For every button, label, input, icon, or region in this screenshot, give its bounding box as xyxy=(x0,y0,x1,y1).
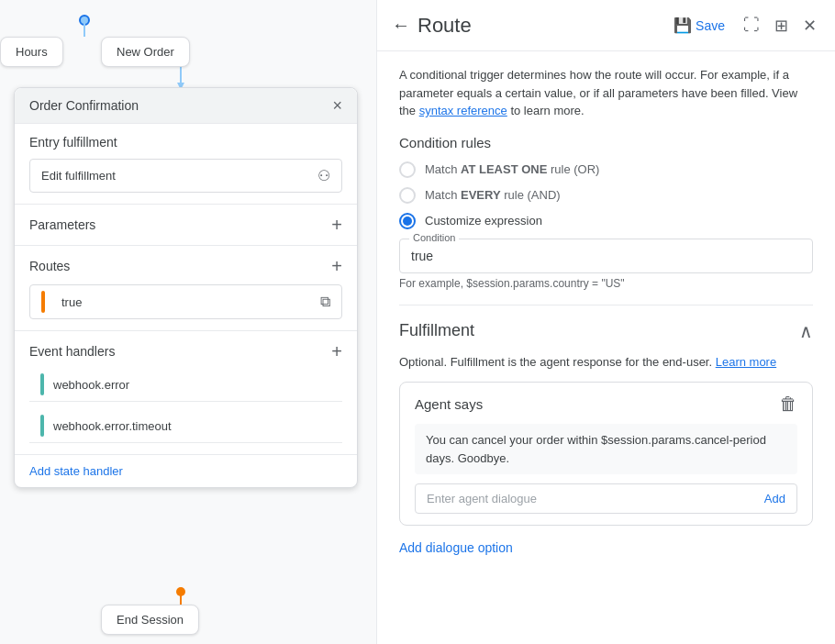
right-panel-header: ← Route 💾 Save ⛶ ⊞ ✕ xyxy=(377,0,835,51)
radio-and[interactable] xyxy=(399,187,416,204)
radio-or-label: Match AT LEAST ONE rule (OR) xyxy=(425,162,599,176)
event-text-1: webhook.error xyxy=(53,378,129,392)
edit-fulfillment-text: Edit fulfillment xyxy=(41,169,116,183)
routes-header: Routes + xyxy=(29,257,342,275)
node-new-order[interactable]: New Order xyxy=(101,37,190,67)
close-button[interactable]: ✕ xyxy=(799,12,820,39)
radio-option-and[interactable]: Match EVERY rule (AND) xyxy=(399,187,813,204)
oc-panel-header: Order Confirmation × xyxy=(15,88,357,124)
agent-says-title: Agent says xyxy=(415,396,483,412)
save-button[interactable]: 💾 Save xyxy=(666,11,732,39)
description-text: A conditional trigger determines how the… xyxy=(399,66,813,120)
save-label: Save xyxy=(696,18,725,33)
event-handlers-header: Event handlers + xyxy=(29,342,342,361)
node-hours[interactable]: Hours xyxy=(0,37,63,67)
copy-icon: ⧉ xyxy=(320,294,330,310)
svg-point-0 xyxy=(80,16,89,25)
parameters-section: Parameters + xyxy=(15,205,357,246)
oc-close-button[interactable]: × xyxy=(332,97,342,114)
fulfillment-title: Fulfillment xyxy=(399,321,474,340)
node-end-session[interactable]: End Session xyxy=(101,605,199,635)
fulfillment-header: Fulfillment ∧ xyxy=(399,320,813,342)
edit-fulfillment-row[interactable]: Edit fulfillment ⚇ xyxy=(29,159,342,193)
radio-expr-label: Customize expression xyxy=(425,214,542,228)
entry-fulfillment-section: Entry fulfillment Edit fulfillment ⚇ xyxy=(15,124,357,205)
fulfillment-section: Fulfillment ∧ Optional. Fulfillment is t… xyxy=(399,320,813,560)
route-item[interactable]: true ⧉ xyxy=(29,284,342,319)
people-icon: ⚇ xyxy=(317,167,330,184)
condition-hint: For example, $session.params.country = "… xyxy=(399,277,813,290)
oc-title: Order Confirmation xyxy=(29,98,139,113)
event-handlers-add-button[interactable]: + xyxy=(331,342,342,361)
header-icons: ⛶ ⊞ ✕ xyxy=(740,12,820,39)
divider xyxy=(399,305,813,305)
routes-section: Routes + true ⧉ xyxy=(15,246,357,331)
radio-inner xyxy=(403,217,412,226)
right-panel: ← Route 💾 Save ⛶ ⊞ ✕ A conditional trigg… xyxy=(376,0,835,644)
route-title: Route xyxy=(418,14,659,38)
agent-says-card: Agent says 🗑 You can cancel your order w… xyxy=(399,382,813,526)
condition-label: Condition xyxy=(409,232,459,243)
event-text-2: webhook.error.timeout xyxy=(53,419,172,433)
radio-option-expr[interactable]: Customize expression xyxy=(399,213,813,229)
grid-button[interactable]: ⊞ xyxy=(771,12,792,39)
radio-and-label: Match EVERY rule (AND) xyxy=(425,188,561,202)
route-text: true xyxy=(61,295,82,309)
left-panel: Hours New Order Order Confirmation × Ent… xyxy=(0,0,376,644)
canvas-area: Hours New Order Order Confirmation × Ent… xyxy=(0,0,376,644)
collapse-button[interactable]: ∧ xyxy=(799,320,813,342)
end-session-label: End Session xyxy=(117,613,184,627)
route-indicator xyxy=(41,291,45,313)
entry-fulfillment-header: Entry fulfillment xyxy=(29,135,342,150)
add-state-handler-link[interactable]: Add state handler xyxy=(15,455,357,487)
condition-box: Condition xyxy=(399,239,813,273)
event-indicator xyxy=(40,373,44,395)
condition-input[interactable] xyxy=(411,247,801,265)
svg-point-5 xyxy=(176,587,185,596)
route-item-row: true xyxy=(41,291,82,313)
order-confirmation-panel: Order Confirmation × Entry fulfillment E… xyxy=(14,87,358,488)
event-indicator-2 xyxy=(40,415,44,437)
dialogue-add-link[interactable]: Add xyxy=(764,492,785,505)
learn-more-link[interactable]: Learn more xyxy=(716,355,776,369)
back-button[interactable]: ← xyxy=(392,15,410,36)
parameters-add-button[interactable]: + xyxy=(331,216,342,234)
new-order-label: New Order xyxy=(117,45,174,59)
event-handler-item-2[interactable]: webhook.error.timeout xyxy=(29,409,342,443)
add-dialogue-option-link[interactable]: Add dialogue option xyxy=(399,537,513,559)
radio-or[interactable] xyxy=(399,161,416,178)
syntax-reference-link[interactable]: syntax reference xyxy=(419,104,507,117)
fullscreen-button[interactable]: ⛶ xyxy=(740,12,763,39)
event-handlers-section: Event handlers + webhook.error webhook.e… xyxy=(15,331,357,455)
radio-option-or[interactable]: Match AT LEAST ONE rule (OR) xyxy=(399,161,813,178)
condition-rules-title: Condition rules xyxy=(399,135,813,150)
entry-fulfillment-label: Entry fulfillment xyxy=(29,135,117,150)
agent-says-text: You can cancel your order within $sessio… xyxy=(415,424,797,474)
radio-expr[interactable] xyxy=(399,213,416,229)
enter-dialogue-row: Enter agent dialogue Add xyxy=(415,483,797,514)
optional-text: Optional. Fulfillment is the agent respo… xyxy=(399,353,813,372)
routes-label: Routes xyxy=(29,259,70,273)
right-panel-body: A conditional trigger determines how the… xyxy=(377,51,835,644)
condition-rules-section: Condition rules Match AT LEAST ONE rule … xyxy=(399,135,813,290)
hours-label: Hours xyxy=(16,45,48,59)
enter-dialogue-placeholder: Enter agent dialogue xyxy=(427,492,537,505)
agent-says-header: Agent says 🗑 xyxy=(415,394,797,415)
parameters-label: Parameters xyxy=(29,217,95,232)
event-handlers-label: Event handlers xyxy=(29,344,115,359)
delete-icon[interactable]: 🗑 xyxy=(779,394,797,415)
routes-add-button[interactable]: + xyxy=(331,257,342,275)
event-handler-item-1[interactable]: webhook.error xyxy=(29,368,342,402)
parameters-header: Parameters + xyxy=(29,216,342,234)
save-icon: 💾 xyxy=(674,17,692,34)
